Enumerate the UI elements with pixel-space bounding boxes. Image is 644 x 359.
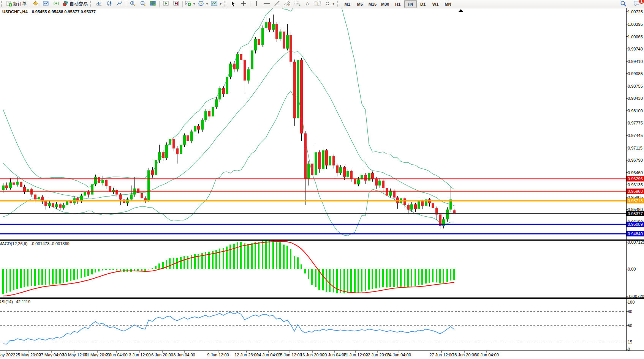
toolbar-grip[interactable] <box>90 1 93 7</box>
chart-shift-button[interactable] <box>171 0 181 8</box>
macd-histogram-bar <box>84 269 85 277</box>
macd-histogram-bar <box>258 242 259 269</box>
auto-trading-button[interactable]: 自动交易 <box>61 0 89 8</box>
macd-histogram-bar <box>34 269 36 286</box>
crosshair-icon <box>241 0 247 8</box>
timeframe-button-W1[interactable]: W1 <box>429 0 442 8</box>
search-button[interactable] <box>618 0 628 8</box>
macd-histogram-bar <box>155 266 157 269</box>
equidistant-channel-button[interactable]: E <box>282 0 293 8</box>
crosshair-button[interactable] <box>239 0 249 8</box>
auto-trading-label: 自动交易 <box>70 1 88 7</box>
auto-scroll-button[interactable] <box>161 0 171 8</box>
new-order-icon <box>6 1 12 8</box>
timeframe-button-D1[interactable]: D1 <box>417 0 429 8</box>
svg-text:80: 80 <box>628 309 632 314</box>
vertical-line-button[interactable] <box>252 0 262 8</box>
chart-title: USDCHF-,H4 0.95455 0.95488 0.95377 0.953… <box>2 9 96 14</box>
timeframe-button-H1[interactable]: H1 <box>392 0 404 8</box>
macd-histogram-bar <box>436 269 437 282</box>
toolbar-grip[interactable] <box>225 1 227 7</box>
svg-text:1.00725: 1.00725 <box>628 9 643 14</box>
macd-histogram-bar <box>421 269 423 285</box>
macd-histogram-bar <box>372 269 373 289</box>
macd-histogram-bar <box>386 269 388 287</box>
trendline-button[interactable] <box>272 0 282 8</box>
svg-text:-0.007201: -0.007201 <box>628 294 644 299</box>
market-button[interactable] <box>30 0 41 8</box>
zoom-out-button[interactable] <box>138 0 148 8</box>
toolbar-grip[interactable] <box>1 1 4 7</box>
text-button[interactable]: A <box>303 0 313 8</box>
macd-histogram-bar <box>269 240 270 269</box>
macd-indicator-label: MACD(12,26,9) -0.001473 -0.001869 <box>0 241 70 246</box>
macd-histogram-bar <box>350 269 352 293</box>
timeframe-button-M1[interactable]: M1 <box>341 0 354 8</box>
svg-text:0.95968: 0.95968 <box>628 189 643 194</box>
chart-candles-button[interactable] <box>104 0 114 8</box>
svg-text:May 2022: May 2022 <box>0 353 15 357</box>
svg-text:100: 100 <box>628 300 635 304</box>
chevron-down-icon: ▼ <box>332 2 335 6</box>
templates-button[interactable]: ▼ <box>210 0 223 8</box>
macd-histogram-bar <box>95 269 96 272</box>
macd-histogram-bar <box>105 269 107 270</box>
macd-histogram-bar <box>400 269 402 287</box>
chevron-down-icon: ▼ <box>219 2 222 6</box>
macd-histogram-bar <box>450 269 451 280</box>
timeframe-button-M15[interactable]: M15 <box>366 0 379 8</box>
timeframe-button-M30[interactable]: M30 <box>379 0 391 8</box>
svg-text:22 Jun 20:00: 22 Jun 20:00 <box>366 353 390 357</box>
svg-text:0: 0 <box>628 347 630 351</box>
auto-scroll-icon <box>163 0 169 8</box>
svg-text:1.00065: 1.00065 <box>628 35 643 39</box>
svg-text:A: A <box>306 1 309 6</box>
chart-line-button[interactable] <box>114 0 125 8</box>
macd-histogram-bar <box>20 269 22 288</box>
period-button[interactable]: ▼ <box>197 0 210 8</box>
signals-button[interactable] <box>51 0 61 8</box>
chart-canvas[interactable]: 1.007251.003951.000650.997400.994100.990… <box>0 0 644 359</box>
svg-text:0.95377: 0.95377 <box>628 211 643 216</box>
fibonacci-button[interactable]: F <box>293 0 303 8</box>
macd-histogram-bar <box>255 242 256 269</box>
macd-histogram-bar <box>361 269 362 291</box>
horizontal-line-button[interactable] <box>262 0 272 8</box>
text-label-button[interactable]: T <box>313 0 323 8</box>
chart-bars-button[interactable] <box>94 0 104 8</box>
timeframe-button-MN[interactable]: MN <box>442 0 454 8</box>
macd-histogram-bar <box>116 269 117 271</box>
market-watch-button[interactable] <box>41 0 51 8</box>
macd-histogram-bar <box>294 256 295 269</box>
macd-histogram-bar <box>443 269 444 283</box>
svg-text:0.95713: 0.95713 <box>628 198 643 203</box>
zoom-out-icon <box>140 0 146 8</box>
macd-histogram-bar <box>365 269 366 291</box>
ohlc-values: 0.95455 0.95488 0.95377 0.95377 <box>32 9 96 14</box>
macd-histogram-bar <box>343 269 345 293</box>
arrows-button[interactable]: ▼ <box>323 0 336 8</box>
svg-text:0.99740: 0.99740 <box>628 47 643 51</box>
tile-windows-button[interactable] <box>148 0 158 8</box>
timeframe-button-H4[interactable]: H4 <box>404 0 417 8</box>
fibonacci-icon: F <box>294 0 301 8</box>
vertical-line-icon <box>254 0 259 8</box>
macd-histogram-bar <box>77 269 78 279</box>
new-chart-button[interactable]: ▼ <box>184 0 197 8</box>
toolbar-grip[interactable] <box>337 1 340 7</box>
cursor-button[interactable] <box>228 0 239 8</box>
macd-histogram-bar <box>389 269 391 287</box>
new-order-button[interactable]: 新订单 <box>5 0 28 8</box>
svg-text:2 Jun 04:00: 2 Jun 04:00 <box>106 353 128 357</box>
macd-histogram-bar <box>286 246 288 269</box>
timeframe-bar: M1M5M15M30H1H4D1W1MN <box>341 0 454 8</box>
trendline-icon <box>274 0 280 8</box>
macd-histogram-bar <box>169 258 171 269</box>
macd-histogram-bar <box>375 269 377 288</box>
timeframe-button-M5[interactable]: M5 <box>354 0 366 8</box>
svg-text:F: F <box>299 4 300 6</box>
notifications-button[interactable]: 1 <box>631 0 642 8</box>
macd-histogram-bar <box>38 269 40 285</box>
svg-text:0.97775: 0.97775 <box>628 121 643 125</box>
zoom-in-button[interactable] <box>127 0 138 8</box>
